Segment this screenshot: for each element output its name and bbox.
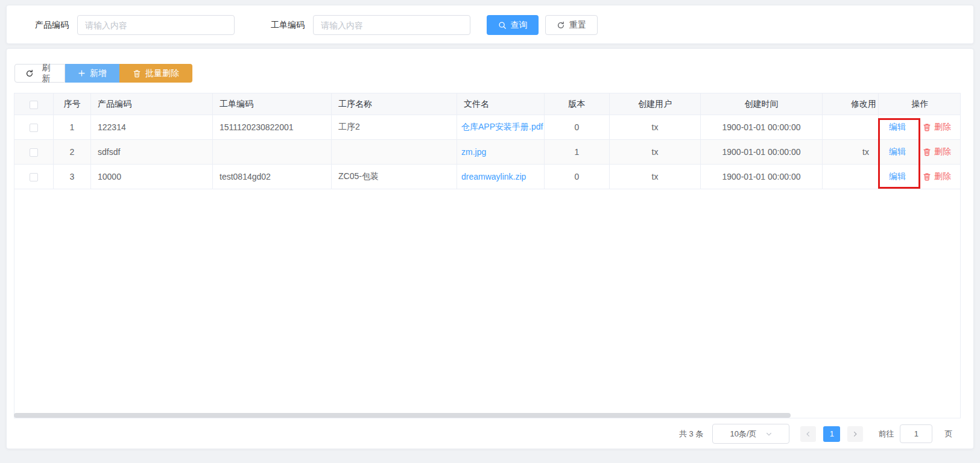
cell-process-name: 工序2 bbox=[332, 115, 457, 140]
cell-index: 2 bbox=[54, 140, 91, 165]
cell-create-time: 1900-01-01 00:00:00 bbox=[701, 140, 823, 165]
pagination-bar: 共 3 条 10条/页 1 前往 页 bbox=[679, 424, 952, 444]
cell-modify-user bbox=[823, 115, 879, 140]
file-link[interactable]: zm.jpg bbox=[461, 147, 486, 157]
col-header-process-name: 工序名称 bbox=[332, 93, 457, 115]
cell-work-order: test0814gd02 bbox=[213, 165, 332, 189]
page-size-select[interactable]: 10条/页 bbox=[712, 424, 789, 444]
trash-icon bbox=[923, 172, 931, 181]
trash-icon bbox=[923, 123, 931, 131]
refresh-button[interactable]: 刷新 bbox=[14, 64, 65, 83]
next-page-button[interactable] bbox=[847, 426, 863, 442]
col-header-operation: 操作 bbox=[879, 93, 961, 115]
query-button[interactable]: 查询 bbox=[487, 15, 539, 35]
reset-button-label: 重置 bbox=[569, 20, 586, 31]
col-header-file-name: 文件名 bbox=[457, 93, 545, 115]
file-link[interactable]: 仓库APP安装手册.pdf bbox=[461, 122, 543, 131]
cell-create-time: 1900-01-01 00:00:00 bbox=[701, 165, 823, 189]
cell-product-code: sdfsdf bbox=[91, 140, 213, 165]
cell-modify-user bbox=[823, 165, 879, 189]
col-header-index: 序号 bbox=[54, 93, 91, 115]
cell-work-order bbox=[213, 140, 332, 165]
total-count: 共 3 条 bbox=[679, 429, 703, 439]
work-order-field: 工单编码 bbox=[271, 15, 470, 35]
cell-version: 1 bbox=[545, 140, 610, 165]
add-button[interactable]: 新增 bbox=[65, 64, 119, 83]
cell-version: 0 bbox=[545, 115, 610, 140]
cell-process-name: ZC05-包装 bbox=[332, 165, 457, 189]
chevron-right-icon bbox=[852, 430, 859, 438]
edit-link[interactable]: 编辑 bbox=[889, 171, 906, 182]
data-table: 序号 产品编码 工单编码 工序名称 文件名 版本 创建用户 创建时间 修改用 操… bbox=[14, 93, 961, 418]
cell-version: 0 bbox=[545, 165, 610, 189]
delete-button-label: 删除 bbox=[934, 146, 951, 157]
goto-label: 前往 bbox=[878, 429, 894, 439]
batch-delete-button-label: 批量删除 bbox=[145, 68, 179, 79]
goto-page-input[interactable] bbox=[900, 424, 932, 443]
row-checkbox[interactable] bbox=[30, 148, 38, 157]
query-button-label: 查询 bbox=[511, 20, 528, 31]
table-row: 1 122314 1511120230822001 工序2 仓库APP安装手册.… bbox=[14, 115, 961, 140]
cell-index: 3 bbox=[54, 165, 91, 189]
product-code-label: 产品编码 bbox=[35, 20, 69, 31]
edit-link[interactable]: 编辑 bbox=[889, 146, 906, 157]
cell-process-name bbox=[332, 140, 457, 165]
delete-button[interactable]: 删除 bbox=[923, 146, 951, 157]
cell-create-user: tx bbox=[610, 140, 701, 165]
page-size-value: 10条/页 bbox=[730, 429, 756, 439]
cell-product-code: 122314 bbox=[91, 115, 213, 140]
trash-icon bbox=[133, 69, 141, 78]
chevron-down-icon bbox=[765, 430, 773, 438]
plus-icon bbox=[78, 69, 86, 77]
cell-index: 1 bbox=[54, 115, 91, 140]
product-code-input[interactable] bbox=[77, 15, 235, 35]
delete-button-label: 删除 bbox=[934, 122, 951, 133]
work-order-label: 工单编码 bbox=[271, 20, 305, 31]
cell-create-user: tx bbox=[610, 165, 701, 189]
reset-icon bbox=[557, 21, 565, 30]
col-header-version: 版本 bbox=[545, 93, 610, 115]
table-row: 3 10000 test0814gd02 ZC05-包装 dreamwaylin… bbox=[14, 165, 961, 189]
table-row: 2 sdfsdf zm.jpg 1 tx 1900-01-01 00:00:00… bbox=[14, 140, 961, 165]
horizontal-scrollbar-thumb[interactable] bbox=[14, 413, 791, 418]
cell-modify-user: tx bbox=[823, 140, 879, 165]
page-unit-label: 页 bbox=[944, 429, 952, 439]
refresh-button-label: 刷新 bbox=[38, 63, 54, 84]
refresh-icon bbox=[25, 69, 34, 78]
file-link[interactable]: dreamwaylink.zip bbox=[461, 172, 526, 181]
page-number-1[interactable]: 1 bbox=[823, 426, 840, 442]
row-checkbox[interactable] bbox=[30, 173, 38, 181]
work-order-input[interactable] bbox=[313, 15, 470, 35]
search-panel: 产品编码 工单编码 查询 重置 bbox=[6, 5, 974, 44]
batch-delete-button[interactable]: 批量删除 bbox=[119, 64, 192, 83]
row-checkbox[interactable] bbox=[30, 124, 38, 132]
col-header-create-user: 创建用户 bbox=[610, 93, 701, 115]
delete-button[interactable]: 删除 bbox=[923, 122, 951, 133]
cell-create-user: tx bbox=[610, 115, 701, 140]
search-icon bbox=[498, 21, 507, 30]
chevron-left-icon bbox=[805, 430, 812, 438]
table-toolbar: 刷新 新增 批量删除 bbox=[14, 64, 192, 83]
prev-page-button[interactable] bbox=[800, 426, 816, 442]
table-header-row: 序号 产品编码 工单编码 工序名称 文件名 版本 创建用户 创建时间 修改用 操… bbox=[14, 93, 961, 115]
product-code-field: 产品编码 bbox=[35, 15, 235, 35]
delete-button[interactable]: 删除 bbox=[923, 171, 951, 182]
delete-button-label: 删除 bbox=[934, 171, 951, 182]
col-header-create-time: 创建时间 bbox=[701, 93, 823, 115]
edit-link[interactable]: 编辑 bbox=[889, 122, 906, 133]
select-all-checkbox[interactable] bbox=[30, 101, 38, 109]
add-button-label: 新增 bbox=[90, 68, 107, 79]
cell-create-time: 1900-01-01 00:00:00 bbox=[701, 115, 823, 140]
reset-button[interactable]: 重置 bbox=[545, 15, 598, 35]
cell-work-order: 1511120230822001 bbox=[213, 115, 332, 140]
col-header-work-order: 工单编码 bbox=[213, 93, 332, 115]
cell-product-code: 10000 bbox=[91, 165, 213, 189]
col-header-modify-user: 修改用 bbox=[823, 93, 879, 115]
trash-icon bbox=[923, 148, 931, 156]
col-header-product-code: 产品编码 bbox=[91, 93, 213, 115]
main-panel: 刷新 新增 批量删除 序号 产品编 bbox=[6, 48, 974, 449]
